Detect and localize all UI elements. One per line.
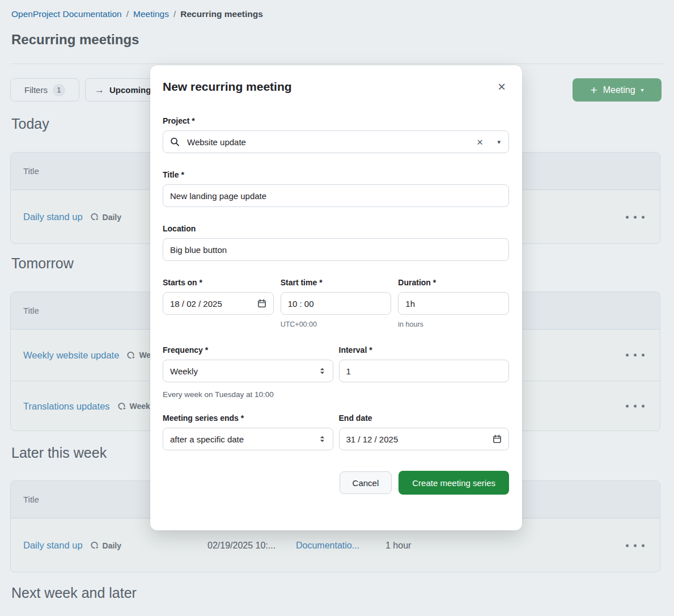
breadcrumb-separator: /: [126, 9, 129, 19]
end-date-value: 31 / 12 / 2025: [346, 434, 399, 444]
breadcrumb-current: Recurring meetings: [180, 9, 263, 19]
interval-input[interactable]: [339, 360, 510, 382]
project-label: Project *: [163, 116, 509, 125]
modal-title: New recurring meeting: [163, 80, 292, 94]
start-time-label: Start time *: [281, 278, 392, 287]
meeting-start-time-cell: 02/19/2025 10:...: [207, 541, 275, 551]
end-date-label: End date: [339, 414, 510, 423]
title-label: Title *: [163, 170, 509, 179]
recurring-icon: [117, 402, 126, 411]
start-time-value: 10 : 00: [288, 299, 314, 309]
frequency-select[interactable]: Weekly: [163, 360, 333, 382]
calendar-icon[interactable]: [493, 434, 502, 444]
recurrence-label: Daily: [103, 541, 121, 550]
duration-label: Duration *: [398, 278, 509, 287]
location-label: Location: [163, 224, 509, 233]
title-input[interactable]: [163, 184, 509, 207]
filters-button-label: Filters: [24, 85, 48, 95]
duration-caption: in hours: [398, 320, 509, 328]
row-more-menu-button[interactable]: [625, 351, 646, 360]
starts-on-label: Starts on *: [163, 278, 274, 287]
row-more-menu-button[interactable]: [625, 541, 646, 550]
page-title: Recurring meetings: [11, 32, 139, 48]
meeting-project-link[interactable]: Documentatio...: [296, 541, 359, 551]
starts-on-date-field[interactable]: 18 / 02 / 2025: [163, 292, 274, 315]
new-recurring-meeting-modal: New recurring meeting × Project * × ▾ Ti…: [150, 65, 522, 530]
select-unfold-icon: [319, 367, 326, 375]
recurring-icon: [126, 351, 135, 360]
select-unfold-icon: [319, 435, 326, 443]
series-ends-value: after a specific date: [170, 434, 244, 444]
frequency-label: Frequency *: [163, 345, 333, 355]
timezone-caption: UTC+00:00: [281, 320, 392, 328]
arrow-right-icon: →: [95, 85, 104, 96]
column-header-title: Title: [23, 495, 39, 504]
section-heading-today: Today: [11, 116, 49, 132]
filters-count-badge: 1: [53, 84, 65, 96]
recurrence-badge: Daily: [90, 541, 121, 550]
recurrence-summary: Every week on Tuesday at 10:00: [163, 390, 509, 399]
close-icon[interactable]: ×: [494, 80, 509, 94]
row-more-menu-button[interactable]: [625, 402, 646, 411]
chevron-down-icon: ▾: [641, 87, 644, 93]
end-date-field[interactable]: 31 / 12 / 2025: [339, 428, 510, 450]
section-heading-next-week: Next week and later: [11, 585, 137, 601]
add-meeting-label: Meeting: [603, 85, 635, 95]
breadcrumb: OpenProject Documentation / Meetings / R…: [11, 9, 263, 19]
series-ends-select[interactable]: after a specific date: [163, 428, 333, 450]
clear-icon[interactable]: ×: [477, 137, 483, 147]
duration-input[interactable]: [398, 292, 509, 315]
breadcrumb-separator: /: [173, 9, 176, 19]
meeting-link[interactable]: Translations updates: [23, 401, 110, 412]
section-heading-later-this-week: Later this week: [11, 445, 107, 461]
meeting-duration-cell: 1 hour: [385, 541, 411, 551]
upcoming-filter-label: Upcoming: [109, 85, 151, 95]
series-ends-label: Meeting series ends *: [163, 414, 333, 423]
recurrence-badge: Daily: [90, 212, 121, 222]
title-divider: [10, 64, 663, 64]
breadcrumb-link-project[interactable]: OpenProject Documentation: [11, 9, 122, 19]
cancel-button[interactable]: Cancel: [340, 471, 392, 494]
filters-button[interactable]: Filters 1: [10, 78, 79, 102]
recurring-icon: [90, 541, 99, 550]
location-input[interactable]: [163, 238, 509, 261]
interval-label: Interval *: [339, 345, 510, 355]
breadcrumb-link-meetings[interactable]: Meetings: [133, 9, 169, 19]
meeting-link[interactable]: Daily stand up: [23, 540, 83, 551]
create-meeting-series-button[interactable]: Create meeting series: [399, 471, 509, 495]
project-input[interactable]: [163, 130, 509, 153]
plus-icon: +: [590, 84, 597, 96]
starts-on-value: 18 / 02 / 2025: [170, 299, 222, 309]
recurring-icon: [90, 212, 99, 222]
dropdown-caret-icon[interactable]: ▾: [497, 138, 501, 146]
column-header-title: Title: [23, 306, 39, 315]
section-heading-tomorrow: Tomorrow: [11, 255, 74, 272]
column-header-title: Title: [23, 166, 39, 176]
start-time-field[interactable]: 10 : 00: [281, 292, 392, 315]
meeting-link[interactable]: Daily stand up: [23, 212, 83, 222]
recurrence-label: Daily: [103, 213, 121, 222]
row-more-menu-button[interactable]: [625, 212, 646, 222]
frequency-value: Weekly: [170, 366, 198, 376]
add-meeting-button[interactable]: + Meeting ▾: [573, 78, 662, 102]
meeting-link[interactable]: Weekly website update: [23, 350, 119, 361]
calendar-icon[interactable]: [257, 299, 266, 308]
search-icon: [170, 137, 180, 147]
